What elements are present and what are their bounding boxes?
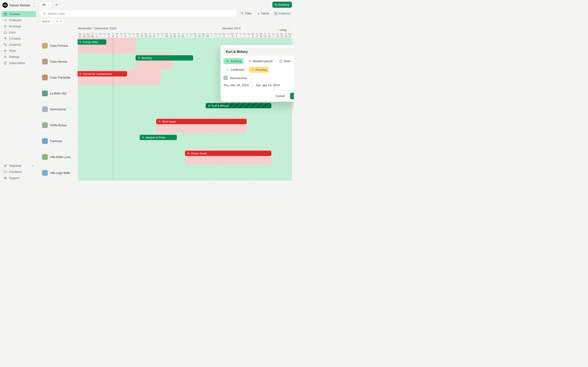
day-of-week: Fr — [152, 33, 156, 35]
bell-icon — [79, 41, 82, 43]
coupons-icon — [4, 43, 7, 46]
prev-button[interactable]: 〈 — [275, 28, 278, 32]
booking-bar[interactable]: Family Miller — [78, 39, 106, 45]
today-line — [113, 85, 113, 101]
unit-cell[interactable]: Villa Lago Bello — [40, 165, 78, 181]
booking-title-input[interactable]: Kurt & Melany — [223, 48, 294, 56]
day-of-week: Fr — [123, 33, 127, 35]
unit-name: Casa Tranquilla — [50, 76, 70, 79]
timeline-header: NovemberDecember 2023January 2024 〈 toda… — [38, 26, 294, 38]
cancel-button[interactable]: Cancel — [273, 93, 288, 99]
sidebar-item-coupons[interactable]: Coupons — [2, 42, 36, 48]
day-of-week: We — [230, 33, 234, 35]
day-of-week: Th — [177, 33, 181, 35]
filter-button[interactable]: Filter — [239, 11, 253, 16]
unit-row: SerenissimaKurt & Melany — [40, 101, 292, 117]
unit-name: La Bella Vita — [50, 92, 66, 95]
day-of-week: Mo — [78, 33, 82, 35]
pending-icon: 〰 — [251, 68, 254, 71]
booking-bar[interactable]: Kurt & Melany — [206, 103, 271, 108]
today-button[interactable]: today — [280, 28, 287, 32]
status-filter-chip[interactable]: Status: ✓ 〰 ✕ — [40, 19, 64, 24]
popover-tab-note[interactable]: Note — [277, 58, 293, 64]
popover-status-pending[interactable]: 〰 Pending — [249, 67, 269, 73]
workspace-switcher[interactable]: DR Deluxe Rentals ⌃⌃ — [0, 0, 38, 10]
sort-button[interactable]: Name — [255, 11, 271, 16]
day-of-week: Tu — [140, 33, 144, 35]
today-line — [113, 165, 113, 181]
timeline-icon — [4, 12, 7, 16]
settings-icon — [4, 55, 7, 58]
popover-tab-blocked[interactable]: ✕ Blocked period — [246, 58, 275, 64]
sidebar-item-timeline[interactable]: Timeline — [2, 11, 36, 17]
unit-thumb — [42, 170, 48, 176]
popover-status-confirmed[interactable]: ✓ Confirmed — [223, 67, 247, 73]
unit-cell[interactable]: Villa Bella Luna — [40, 149, 78, 165]
blocked-bar[interactable]: ✕Roof repair — [156, 119, 247, 124]
day-number: 30 — [90, 35, 94, 38]
day-number: 23 — [185, 35, 189, 38]
day-number: 22 — [181, 35, 185, 38]
sidebar-item-team[interactable]: Team — [2, 48, 36, 54]
unit-cell[interactable]: Stella Rossa — [40, 117, 78, 133]
workspace-name: Deluxe Rentals — [9, 3, 31, 7]
unit-lane[interactable]: Margret & Peter — [78, 133, 292, 149]
pending-icon: 〰 — [56, 20, 59, 23]
sidebar-footer-feedback[interactable]: Feedback — [2, 169, 36, 175]
unit-lane[interactable]: ✕Roof repair — [78, 117, 292, 133]
day-of-week: Mo — [164, 33, 168, 35]
popover-tab-booking[interactable]: Booking — [223, 58, 243, 64]
unit-lane[interactable]: ✕Winter break — [78, 149, 292, 165]
sidebar-item-subscription[interactable]: Subscription — [2, 60, 36, 66]
sidebar-item-bookings[interactable]: Bookings — [2, 23, 36, 29]
day-of-week: Sa — [271, 33, 276, 35]
sidebar-item-contacts[interactable]: Contacts — [2, 35, 36, 42]
unit-cell[interactable]: Serenissima — [40, 101, 78, 117]
unit-cell[interactable]: Tramonto — [40, 133, 78, 149]
blocked-bar[interactable]: ✕Winter break — [185, 151, 271, 156]
unit-thumb — [42, 154, 48, 160]
day-of-week: We — [259, 33, 263, 35]
sidebar-item-channels[interactable]: Channels — [2, 17, 36, 23]
day-number: 31 — [218, 35, 222, 38]
popover-dates[interactable]: Thu, Dec 28, 2023 → Sat, Jan 13, 2024 16… — [223, 83, 294, 87]
search-input[interactable]: Search units — [40, 10, 237, 17]
unit-cell[interactable]: Casa Serena — [40, 54, 78, 69]
popover-unit-select[interactable]: Serenissima ⌃⌃ — [223, 76, 294, 80]
day-of-week: Su — [247, 33, 251, 35]
svg-rect-0 — [4, 13, 7, 15]
next-button[interactable]: 〉 — [289, 28, 292, 32]
day-of-week: We — [201, 33, 206, 35]
support-icon — [4, 176, 7, 180]
day-of-week: We — [288, 33, 292, 35]
booking-bar[interactable]: Margret & Peter — [140, 135, 177, 140]
day-number: 10 — [131, 35, 136, 38]
today-line — [113, 133, 113, 149]
sidebar-item-units[interactable]: Units — [2, 29, 36, 35]
booking-bar[interactable]: Booking — [136, 55, 193, 60]
confirm-button[interactable]: Confirm — [290, 93, 294, 99]
new-booking-button[interactable]: Booking — [272, 2, 292, 8]
workspace-logo: DR — [2, 2, 8, 8]
unit-cell[interactable]: Casa Fortuna — [40, 38, 78, 53]
unit-cell[interactable]: Casa Tranquilla — [40, 69, 78, 85]
view-tab-all[interactable]: All ⌄ — [40, 2, 52, 8]
close-icon[interactable]: ✕ — [60, 20, 62, 23]
unit-lane[interactable] — [78, 165, 292, 181]
sidebar-footer-helpdesk[interactable]: Helpdesk↗ — [2, 163, 36, 169]
day-of-week: Su — [131, 33, 136, 35]
day-of-week: We — [144, 33, 148, 35]
sidebar-footer-support[interactable]: Support — [2, 175, 36, 181]
month-label: December 2023 — [95, 26, 116, 30]
unit-lane[interactable]: Kurt & Melany — [78, 101, 292, 117]
sidebar-item-label: Team — [9, 49, 16, 52]
add-view-button[interactable] — [53, 2, 60, 8]
unit-cell[interactable]: La Bella Vita — [40, 85, 78, 101]
day-number: 15 — [280, 35, 284, 38]
columns-button[interactable]: Columns — [273, 11, 292, 16]
sidebar-item-settings[interactable]: Settings — [2, 54, 36, 60]
blocked-bar[interactable]: ✕Closed for maintenance — [78, 71, 127, 76]
sidebar-nav: TimelineChannelsBookingsUnitsContactsCou… — [0, 10, 38, 67]
bar-label: Kurt & Melany — [212, 104, 229, 107]
day-number: 14 — [148, 35, 152, 38]
